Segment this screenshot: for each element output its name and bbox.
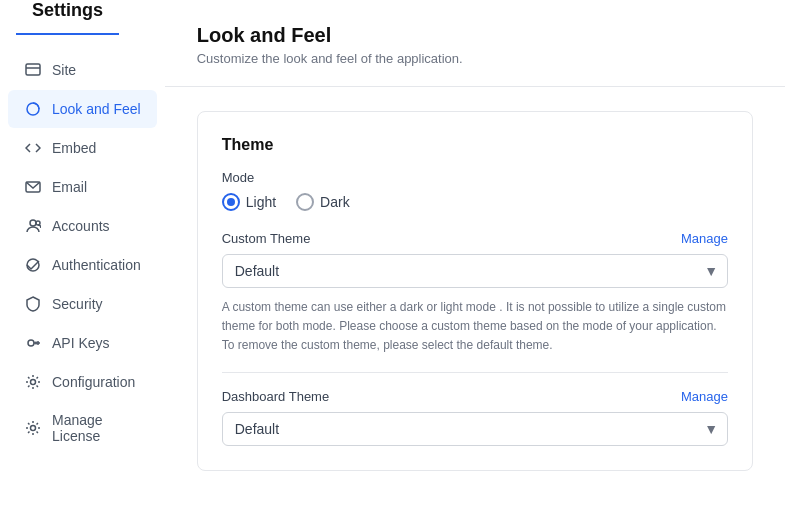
sidebar-item-auth-label: Authentication	[52, 257, 141, 273]
email-icon	[24, 178, 42, 196]
theme-section-title: Theme	[222, 136, 728, 154]
svg-rect-0	[26, 64, 40, 75]
main-content: Look and Feel Customize the look and fee…	[165, 0, 785, 511]
sidebar-item-embed[interactable]: Embed	[8, 129, 157, 167]
dashboard-theme-label: Dashboard Theme	[222, 389, 329, 404]
security-icon	[24, 295, 42, 313]
light-label: Light	[246, 194, 276, 210]
sidebar-item-site[interactable]: Site	[8, 51, 157, 89]
auth-icon	[24, 256, 42, 274]
sidebar-item-api-label: API Keys	[52, 335, 110, 351]
custom-theme-header: Custom Theme Manage	[222, 231, 728, 246]
config-icon	[24, 373, 42, 391]
custom-theme-row: Custom Theme Manage Default ▼ A custom t…	[222, 231, 728, 356]
sidebar-item-security[interactable]: Security	[8, 285, 157, 323]
custom-theme-label: Custom Theme	[222, 231, 311, 246]
embed-icon	[24, 139, 42, 157]
custom-theme-select[interactable]: Default	[222, 254, 728, 288]
dark-mode-option[interactable]: Dark	[296, 193, 350, 211]
sidebar-item-authentication[interactable]: Authentication	[8, 246, 157, 284]
sidebar: Settings Site Look and Feel Embed	[0, 0, 165, 511]
page-title: Look and Feel	[197, 24, 753, 47]
svg-point-11	[31, 380, 36, 385]
svg-point-7	[28, 340, 34, 346]
sidebar-item-email[interactable]: Email	[8, 168, 157, 206]
svg-point-4	[30, 220, 36, 226]
sidebar-item-look-and-feel[interactable]: Look and Feel	[8, 90, 157, 128]
mode-label: Mode	[222, 170, 728, 185]
site-icon	[24, 61, 42, 79]
sidebar-item-security-label: Security	[52, 296, 103, 312]
light-mode-option[interactable]: Light	[222, 193, 276, 211]
sidebar-item-configuration[interactable]: Configuration	[8, 363, 157, 401]
dark-label: Dark	[320, 194, 350, 210]
theme-section: Theme Mode Light Dark Custom Theme Manag…	[197, 111, 753, 471]
light-radio-button[interactable]	[222, 193, 240, 211]
sidebar-item-embed-label: Embed	[52, 140, 96, 156]
sidebar-item-site-label: Site	[52, 62, 76, 78]
dashboard-theme-row: Dashboard Theme Manage Default ▼	[222, 389, 728, 446]
dashboard-theme-header: Dashboard Theme Manage	[222, 389, 728, 404]
custom-theme-hint: A custom theme can use either a dark or …	[222, 298, 728, 356]
svg-point-6	[27, 259, 39, 271]
sidebar-item-accounts[interactable]: Accounts	[8, 207, 157, 245]
custom-theme-select-wrapper: Default ▼	[222, 254, 728, 288]
custom-theme-manage-link[interactable]: Manage	[681, 231, 728, 246]
sidebar-item-api-keys[interactable]: API Keys	[8, 324, 157, 362]
sidebar-title: Settings	[16, 0, 119, 35]
look-icon	[24, 100, 42, 118]
accounts-icon	[24, 217, 42, 235]
sidebar-item-accounts-label: Accounts	[52, 218, 110, 234]
dashboard-theme-select[interactable]: Default	[222, 412, 728, 446]
dark-radio-button[interactable]	[296, 193, 314, 211]
sidebar-item-license-label: Manage License	[52, 412, 141, 444]
sidebar-item-config-label: Configuration	[52, 374, 135, 390]
section-divider	[222, 372, 728, 373]
sidebar-item-look-label: Look and Feel	[52, 101, 141, 117]
license-icon	[24, 419, 42, 437]
main-header: Look and Feel Customize the look and fee…	[165, 0, 785, 87]
page-subtitle: Customize the look and feel of the appli…	[197, 51, 753, 66]
api-icon	[24, 334, 42, 352]
sidebar-item-email-label: Email	[52, 179, 87, 195]
dashboard-theme-select-wrapper: Default ▼	[222, 412, 728, 446]
mode-row: Light Dark	[222, 193, 728, 211]
svg-point-12	[31, 426, 36, 431]
sidebar-item-manage-license[interactable]: Manage License	[8, 402, 157, 454]
dashboard-theme-manage-link[interactable]: Manage	[681, 389, 728, 404]
